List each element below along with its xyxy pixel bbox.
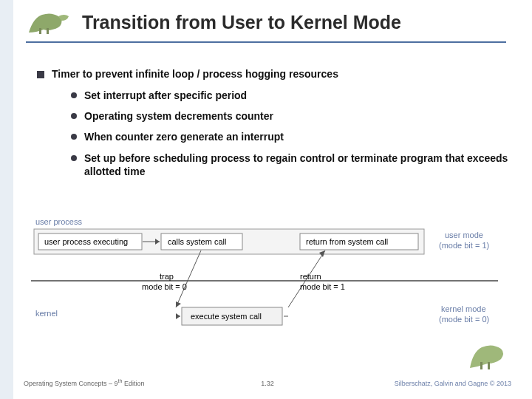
square-bullet-icon	[37, 71, 44, 78]
diag-label-kernel: kernel	[35, 309, 58, 318]
svg-rect-0	[39, 28, 41, 34]
bullet-sub-text: Operating system decrements counter	[84, 109, 273, 123]
footer-page-number: 1.32	[261, 380, 274, 387]
diag-label-trap: trap	[160, 272, 174, 281]
bullet-sub-text: When counter zero generate an interrupt	[84, 130, 284, 143]
diag-label-user-mode: user mode	[445, 231, 483, 239]
footer-left: Operating System Concepts – 9th Edition	[24, 378, 144, 387]
diag-box-calls-syscall: calls system call	[168, 237, 226, 246]
bullet-sub: When counter zero generate an interrupt	[71, 130, 510, 143]
bullet-sub: Operating system decrements counter	[71, 109, 510, 123]
svg-rect-17	[480, 362, 482, 369]
title-underline	[26, 41, 506, 43]
round-bullet-icon	[71, 113, 77, 119]
round-bullet-icon	[71, 155, 77, 161]
bullet-content: Timer to prevent infinite loop / process…	[37, 68, 510, 185]
footer-left-text2: Edition	[122, 380, 144, 387]
round-bullet-icon	[71, 92, 77, 98]
slide-title: Transition from User to Kernel Mode	[82, 12, 519, 33]
footer-left-text1: Operating System Concepts – 9	[24, 380, 118, 387]
svg-rect-18	[488, 362, 490, 369]
svg-line-9	[176, 250, 201, 307]
bullet-main-text: Timer to prevent infinite loop / process…	[52, 68, 338, 80]
diag-label-return-modebit: mode bit = 1	[300, 282, 345, 291]
dinosaur-icon	[26, 7, 72, 37]
diag-box-return-syscall: return from system call	[306, 237, 388, 246]
diag-label-user-process: user process	[35, 217, 82, 226]
diag-label-kernel-mode: kernel mode	[441, 304, 486, 313]
footer-copyright: Silberschatz, Galvin and Gagne © 2013	[395, 380, 511, 387]
svg-marker-15	[176, 313, 180, 319]
bullet-sub: Set interrupt after specific period	[71, 89, 510, 102]
dinosaur-footer-icon	[467, 340, 510, 372]
bullet-sub-text: Set interrupt after specific period	[84, 89, 247, 102]
footer: Operating System Concepts – 9th Edition …	[24, 378, 511, 387]
svg-rect-1	[47, 28, 49, 34]
round-bullet-icon	[71, 134, 77, 140]
diag-label-modebit0: (mode bit = 0)	[439, 315, 489, 324]
bullet-main: Timer to prevent infinite loop / process…	[37, 68, 510, 80]
diag-label-trap-modebit: mode bit = 0	[142, 282, 187, 291]
title-row: Transition from User to Kernel Mode	[26, 12, 519, 33]
diag-box-execute-syscall: execute system call	[191, 312, 262, 321]
bullet-sub: Set up before scheduling process to rega…	[71, 151, 510, 178]
diag-label-return: return	[300, 272, 321, 281]
bullet-sub-text: Set up before scheduling process to rega…	[84, 151, 510, 178]
diag-label-modebit1: (mode bit = 1)	[439, 241, 489, 250]
side-stripe	[0, 0, 13, 399]
diag-box-user-executing: user process executing	[44, 237, 128, 246]
mode-transition-diagram: user process user process executing call…	[31, 213, 498, 350]
